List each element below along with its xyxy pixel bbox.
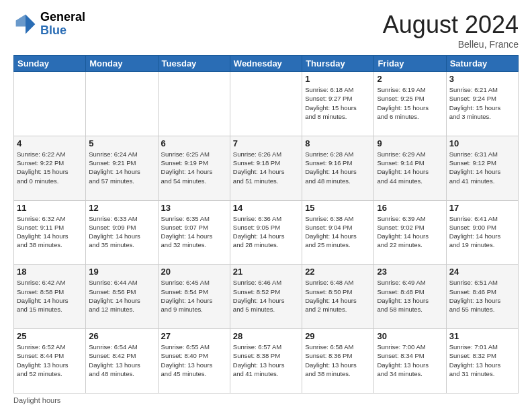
calendar-cell: 19Sunrise: 6:44 AM Sunset: 8:56 PM Dayli… xyxy=(86,265,158,329)
calendar-cell: 10Sunrise: 6:31 AM Sunset: 9:12 PM Dayli… xyxy=(446,136,518,200)
calendar-week-row: 4Sunrise: 6:22 AM Sunset: 9:22 PM Daylig… xyxy=(14,136,519,200)
calendar-week-row: 25Sunrise: 6:52 AM Sunset: 8:44 PM Dayli… xyxy=(14,329,519,394)
day-number: 21 xyxy=(233,267,299,277)
day-info: Sunrise: 6:57 AM Sunset: 8:38 PM Dayligh… xyxy=(233,342,299,378)
day-number: 18 xyxy=(17,267,83,277)
day-info: Sunrise: 6:52 AM Sunset: 8:44 PM Dayligh… xyxy=(17,342,83,378)
day-info: Sunrise: 6:39 AM Sunset: 9:02 PM Dayligh… xyxy=(377,214,443,250)
calendar-cell: 20Sunrise: 6:45 AM Sunset: 8:54 PM Dayli… xyxy=(158,265,230,329)
calendar-cell: 30Sunrise: 7:00 AM Sunset: 8:34 PM Dayli… xyxy=(374,329,446,394)
calendar-cell: 6Sunrise: 6:25 AM Sunset: 9:19 PM Daylig… xyxy=(158,136,230,200)
day-number: 24 xyxy=(449,267,515,277)
day-info: Sunrise: 6:18 AM Sunset: 9:27 PM Dayligh… xyxy=(305,85,371,121)
day-info: Sunrise: 6:48 AM Sunset: 8:50 PM Dayligh… xyxy=(305,278,371,314)
title-block: August 2024 Belleu, France xyxy=(383,11,519,50)
calendar-day-header: Thursday xyxy=(302,56,374,72)
day-number: 30 xyxy=(377,331,443,341)
footer-label: Daylight hours xyxy=(13,396,60,404)
day-number: 25 xyxy=(17,331,83,341)
calendar-cell: 16Sunrise: 6:39 AM Sunset: 9:02 PM Dayli… xyxy=(374,200,446,265)
day-number: 14 xyxy=(233,203,299,213)
svg-marker-0 xyxy=(26,14,35,34)
calendar-day-header: Friday xyxy=(374,56,446,72)
calendar-cell: 24Sunrise: 6:51 AM Sunset: 8:46 PM Dayli… xyxy=(446,265,518,329)
day-info: Sunrise: 6:49 AM Sunset: 8:48 PM Dayligh… xyxy=(377,278,443,314)
calendar-week-row: 18Sunrise: 6:42 AM Sunset: 8:58 PM Dayli… xyxy=(14,265,519,329)
location: Belleu, France xyxy=(383,39,519,50)
calendar-cell xyxy=(14,72,86,136)
calendar-cell xyxy=(158,72,230,136)
day-number: 6 xyxy=(161,138,227,148)
calendar-cell: 26Sunrise: 6:54 AM Sunset: 8:42 PM Dayli… xyxy=(86,329,158,394)
calendar-cell: 28Sunrise: 6:57 AM Sunset: 8:38 PM Dayli… xyxy=(230,329,302,394)
day-number: 8 xyxy=(305,138,371,148)
day-number: 2 xyxy=(377,74,443,84)
svg-marker-1 xyxy=(16,14,26,26)
day-info: Sunrise: 6:31 AM Sunset: 9:12 PM Dayligh… xyxy=(449,150,515,185)
day-info: Sunrise: 6:26 AM Sunset: 9:18 PM Dayligh… xyxy=(233,150,299,185)
calendar-cell: 15Sunrise: 6:38 AM Sunset: 9:04 PM Dayli… xyxy=(302,200,374,265)
day-info: Sunrise: 6:58 AM Sunset: 8:36 PM Dayligh… xyxy=(305,342,371,378)
day-info: Sunrise: 6:54 AM Sunset: 8:42 PM Dayligh… xyxy=(89,342,154,378)
calendar-cell: 13Sunrise: 6:35 AM Sunset: 9:07 PM Dayli… xyxy=(158,200,230,265)
day-number: 5 xyxy=(89,138,154,148)
day-number: 28 xyxy=(233,331,299,341)
day-info: Sunrise: 6:21 AM Sunset: 9:24 PM Dayligh… xyxy=(449,85,515,121)
day-info: Sunrise: 7:00 AM Sunset: 8:34 PM Dayligh… xyxy=(377,342,443,378)
calendar-cell: 2Sunrise: 6:19 AM Sunset: 9:25 PM Daylig… xyxy=(374,72,446,136)
day-info: Sunrise: 6:44 AM Sunset: 8:56 PM Dayligh… xyxy=(89,278,154,314)
day-number: 1 xyxy=(305,74,371,84)
calendar-cell: 14Sunrise: 6:36 AM Sunset: 9:05 PM Dayli… xyxy=(230,200,302,265)
month-title: August 2024 xyxy=(383,11,519,39)
page: General Blue August 2024 Belleu, France … xyxy=(0,0,532,411)
calendar-cell: 18Sunrise: 6:42 AM Sunset: 8:58 PM Dayli… xyxy=(14,265,86,329)
calendar-cell: 1Sunrise: 6:18 AM Sunset: 9:27 PM Daylig… xyxy=(302,72,374,136)
header: General Blue August 2024 Belleu, France xyxy=(13,11,519,50)
calendar-day-header: Monday xyxy=(86,56,158,72)
calendar-week-row: 11Sunrise: 6:32 AM Sunset: 9:11 PM Dayli… xyxy=(14,200,519,265)
calendar-cell: 21Sunrise: 6:46 AM Sunset: 8:52 PM Dayli… xyxy=(230,265,302,329)
calendar-cell: 9Sunrise: 6:29 AM Sunset: 9:14 PM Daylig… xyxy=(374,136,446,200)
calendar-cell: 25Sunrise: 6:52 AM Sunset: 8:44 PM Dayli… xyxy=(14,329,86,394)
calendar: SundayMondayTuesdayWednesdayThursdayFrid… xyxy=(13,55,519,394)
day-number: 4 xyxy=(17,138,83,148)
footer: Daylight hours xyxy=(13,396,519,404)
logo: General Blue xyxy=(13,11,85,38)
day-info: Sunrise: 7:01 AM Sunset: 8:32 PM Dayligh… xyxy=(449,342,515,378)
calendar-cell: 5Sunrise: 6:24 AM Sunset: 9:21 PM Daylig… xyxy=(86,136,158,200)
day-number: 15 xyxy=(305,203,371,213)
logo-general: General xyxy=(40,11,85,24)
logo-text: General Blue xyxy=(40,11,85,38)
calendar-cell: 8Sunrise: 6:28 AM Sunset: 9:16 PM Daylig… xyxy=(302,136,374,200)
day-number: 9 xyxy=(377,138,443,148)
day-info: Sunrise: 6:22 AM Sunset: 9:22 PM Dayligh… xyxy=(17,150,83,185)
day-info: Sunrise: 6:35 AM Sunset: 9:07 PM Dayligh… xyxy=(161,214,227,250)
calendar-cell: 31Sunrise: 7:01 AM Sunset: 8:32 PM Dayli… xyxy=(446,329,518,394)
day-number: 27 xyxy=(161,331,227,341)
calendar-cell: 11Sunrise: 6:32 AM Sunset: 9:11 PM Dayli… xyxy=(14,200,86,265)
day-info: Sunrise: 6:46 AM Sunset: 8:52 PM Dayligh… xyxy=(233,278,299,314)
calendar-cell: 3Sunrise: 6:21 AM Sunset: 9:24 PM Daylig… xyxy=(446,72,518,136)
day-number: 17 xyxy=(449,203,515,213)
day-number: 23 xyxy=(377,267,443,277)
day-number: 19 xyxy=(89,267,154,277)
calendar-cell: 4Sunrise: 6:22 AM Sunset: 9:22 PM Daylig… xyxy=(14,136,86,200)
day-number: 10 xyxy=(449,138,515,148)
day-info: Sunrise: 6:24 AM Sunset: 9:21 PM Dayligh… xyxy=(89,150,154,185)
calendar-cell: 27Sunrise: 6:55 AM Sunset: 8:40 PM Dayli… xyxy=(158,329,230,394)
day-info: Sunrise: 6:33 AM Sunset: 9:09 PM Dayligh… xyxy=(89,214,154,250)
calendar-cell xyxy=(86,72,158,136)
calendar-day-header: Tuesday xyxy=(158,56,230,72)
calendar-week-row: 1Sunrise: 6:18 AM Sunset: 9:27 PM Daylig… xyxy=(14,72,519,136)
calendar-cell: 12Sunrise: 6:33 AM Sunset: 9:09 PM Dayli… xyxy=(86,200,158,265)
day-number: 12 xyxy=(89,203,154,213)
calendar-day-header: Sunday xyxy=(14,56,86,72)
day-number: 29 xyxy=(305,331,371,341)
calendar-day-header: Wednesday xyxy=(230,56,302,72)
day-number: 13 xyxy=(161,203,227,213)
day-info: Sunrise: 6:38 AM Sunset: 9:04 PM Dayligh… xyxy=(305,214,371,250)
day-number: 22 xyxy=(305,267,371,277)
day-info: Sunrise: 6:32 AM Sunset: 9:11 PM Dayligh… xyxy=(17,214,83,250)
day-info: Sunrise: 6:25 AM Sunset: 9:19 PM Dayligh… xyxy=(161,150,227,185)
day-number: 16 xyxy=(377,203,443,213)
